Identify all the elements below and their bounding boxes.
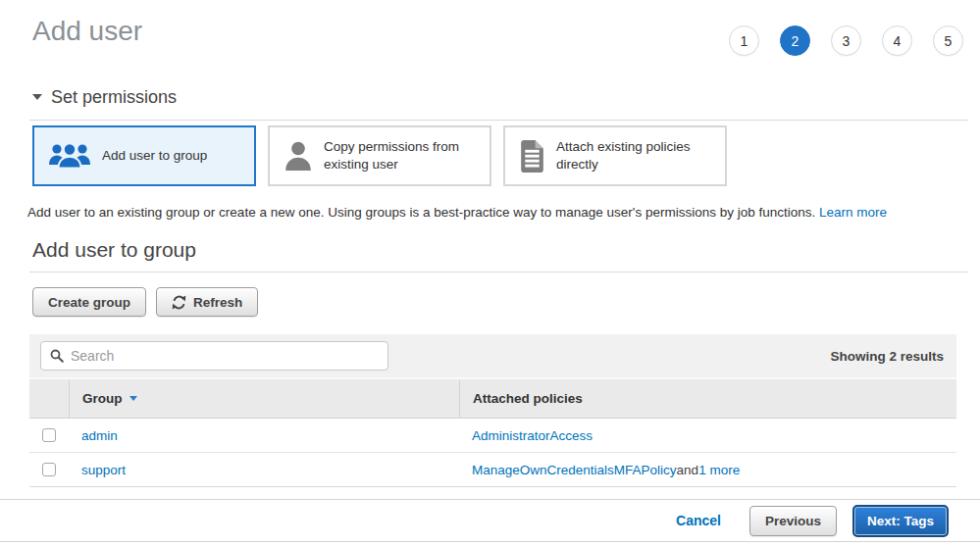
cancel-link[interactable]: Cancel — [676, 513, 721, 528]
table-header-row: Group Attached policies — [29, 377, 956, 419]
attached-policies-column-label: Attached policies — [473, 391, 583, 406]
user-icon — [284, 140, 313, 172]
wizard-step-indicator: 1 2 3 4 5 — [729, 25, 963, 56]
row-checkbox-cell — [29, 428, 69, 442]
create-group-button[interactable]: Create group — [32, 287, 146, 317]
results-count: Showing 2 results — [830, 349, 944, 364]
groups-table: Showing 2 results Group Attached policie… — [29, 334, 956, 487]
step-1[interactable]: 1 — [729, 25, 759, 56]
group-cell: admin — [69, 428, 459, 443]
card-copy-permissions[interactable]: Copy permissions from existing user — [268, 125, 491, 186]
add-user-to-group-title: Add user to group — [32, 238, 968, 262]
table-row[interactable]: admin AdministratorAccess — [29, 419, 956, 453]
previous-button[interactable]: Previous — [749, 506, 837, 536]
card-label: Add user to group — [102, 147, 207, 165]
row-checkbox[interactable] — [42, 428, 56, 442]
header-checkbox-cell — [29, 379, 69, 418]
step-4[interactable]: 4 — [882, 25, 912, 56]
search-icon — [50, 349, 64, 363]
set-permissions-title-label: Set permissions — [51, 87, 177, 108]
collapse-triangle-icon — [32, 94, 42, 100]
policies-cell: ManageOwnCredentialsMFAPolicy and 1 more — [459, 463, 956, 477]
and-text: and — [677, 463, 699, 477]
card-attach-policies[interactable]: Attach existing policies directly — [503, 125, 727, 186]
policies-cell: AdministratorAccess — [459, 428, 956, 443]
more-policies-link[interactable]: 1 more — [698, 463, 740, 477]
user-group-icon — [48, 141, 91, 171]
refresh-button[interactable]: Refresh — [156, 287, 258, 317]
add-user-to-group-header: Add user to group — [29, 238, 968, 273]
section-description: Add user to an existing group or create … — [27, 205, 954, 220]
search-input[interactable] — [71, 348, 379, 364]
step-2-active[interactable]: 2 — [780, 25, 810, 56]
group-column-label: Group — [82, 391, 123, 406]
step-3[interactable]: 3 — [831, 25, 861, 56]
table-action-buttons: Create group Refresh — [32, 287, 258, 317]
previous-label: Previous — [765, 514, 821, 528]
next-tags-label: Next: Tags — [867, 514, 934, 528]
wizard-footer: Cancel Previous Next: Tags — [0, 499, 980, 542]
card-add-user-to-group[interactable]: Add user to group — [32, 125, 256, 186]
sort-descending-icon — [129, 396, 137, 401]
card-label: Copy permissions from existing user — [324, 138, 478, 173]
create-group-label: Create group — [48, 295, 130, 310]
policy-document-icon — [519, 140, 545, 173]
add-user-wizard-page: Add user 1 2 3 4 5 Set permissions — [0, 0, 980, 546]
set-permissions-title[interactable]: Set permissions — [32, 87, 177, 108]
set-permissions-header: Set permissions — [29, 86, 968, 121]
group-cell: support — [69, 463, 459, 477]
step-5[interactable]: 5 — [933, 25, 963, 56]
table-row[interactable]: support ManageOwnCredentialsMFAPolicy an… — [29, 453, 956, 487]
refresh-icon — [172, 295, 186, 310]
description-text: Add user to an existing group or create … — [27, 205, 815, 220]
group-link[interactable]: support — [81, 463, 126, 477]
row-checkbox[interactable] — [42, 463, 56, 476]
refresh-label: Refresh — [193, 295, 242, 310]
card-label: Attach existing policies directly — [556, 138, 713, 173]
next-tags-button[interactable]: Next: Tags — [852, 505, 949, 537]
column-header-group[interactable]: Group — [69, 379, 459, 418]
search-box[interactable] — [40, 341, 388, 371]
permission-option-cards: Add user to group Copy permissions from … — [32, 125, 727, 186]
page-title: Add user — [32, 16, 142, 47]
group-link[interactable]: admin — [81, 428, 118, 443]
policy-link[interactable]: ManageOwnCredentialsMFAPolicy — [472, 463, 677, 477]
learn-more-link[interactable]: Learn more — [819, 205, 887, 220]
row-checkbox-cell — [29, 463, 69, 476]
column-header-attached-policies[interactable]: Attached policies — [459, 379, 956, 418]
policy-link[interactable]: AdministratorAccess — [472, 428, 593, 443]
table-toolbar: Showing 2 results — [29, 334, 956, 377]
